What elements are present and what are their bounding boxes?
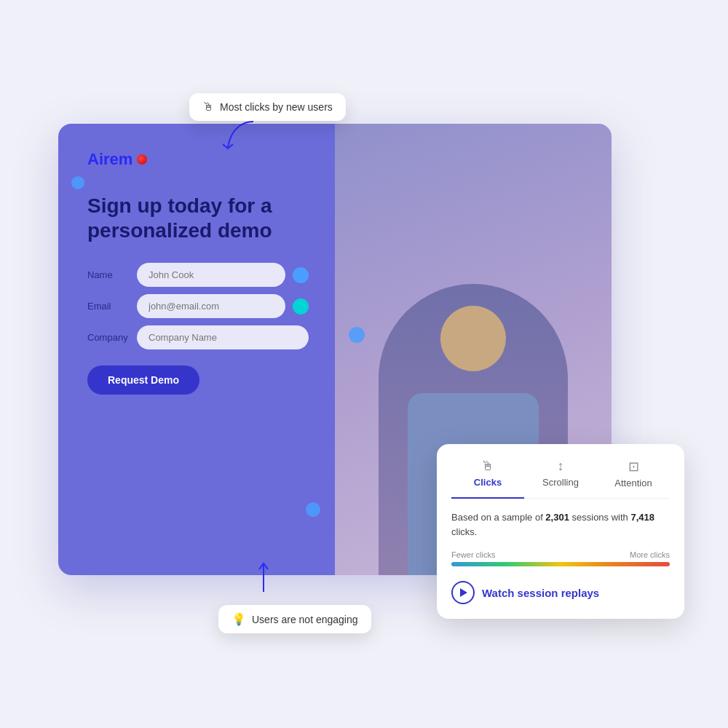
arrow-clicks <box>217 118 261 157</box>
tab-attention-label: Attention <box>614 478 652 488</box>
tooltip-not-engaging: 💡 Users are not engaging <box>218 605 371 633</box>
name-label: Name <box>87 269 130 280</box>
blue-dot-top-left <box>71 176 84 189</box>
form-panel: Airem Sign up today for a personalized d… <box>58 124 335 575</box>
email-label: Email <box>87 301 130 312</box>
tooltip-most-clicks: 🖱 Most clicks by new users <box>189 93 346 121</box>
attention-icon: ⊡ <box>628 459 639 475</box>
heatmap-label-right: More clicks <box>630 550 670 559</box>
email-row: Email <box>87 294 309 318</box>
play-icon <box>451 581 475 604</box>
analytics-tabs: 🖱 Clicks ↕ Scrolling ⊡ Attention <box>451 459 670 499</box>
logo-text: Airem <box>87 150 132 169</box>
name-input[interactable] <box>137 263 285 287</box>
company-label: Company <box>87 332 130 343</box>
clicks-count: 7,418 <box>630 512 654 523</box>
tooltip-engage-text: Users are not engaging <box>252 614 358 625</box>
name-field-dot <box>293 267 309 283</box>
logo-area: Airem <box>87 150 309 169</box>
watch-replays-label: Watch session replays <box>482 587 599 599</box>
email-input[interactable] <box>137 294 285 318</box>
analytics-description: Based on a sample of 2,301 sessions with… <box>451 510 670 539</box>
blue-dot-mid <box>349 327 365 343</box>
scrolling-icon: ↕ <box>558 459 564 474</box>
clicks-icon: 🖱 <box>481 459 494 474</box>
watch-replays-button[interactable]: Watch session replays <box>451 581 670 604</box>
analytics-card: 🖱 Clicks ↕ Scrolling ⊡ Attention Based o… <box>437 444 684 619</box>
play-triangle <box>460 588 467 597</box>
name-row: Name <box>87 263 309 287</box>
cursor-icon: 🖱 <box>202 100 214 114</box>
email-field-dot <box>293 298 309 314</box>
form-fields: Name Email Company <box>87 263 309 349</box>
outer-wrapper: 🖱 Most clicks by new users Airem Sign up… <box>44 80 684 648</box>
heatmap-label-left: Fewer clicks <box>451 550 496 559</box>
sessions-label: sessions with <box>569 512 631 523</box>
clicks-label: clicks <box>451 526 475 537</box>
heatmap-labels: Fewer clicks More clicks <box>451 550 670 559</box>
tab-clicks-label: Clicks <box>474 477 502 488</box>
tab-attention[interactable]: ⊡ Attention <box>597 459 670 499</box>
logo-dot <box>137 154 147 165</box>
person-head <box>440 306 506 371</box>
bulb-icon: 💡 <box>232 612 246 626</box>
tab-scrolling[interactable]: ↕ Scrolling <box>524 459 597 499</box>
company-input[interactable] <box>137 325 309 349</box>
heatmap-bar <box>451 562 670 566</box>
tooltip-clicks-text: Most clicks by new users <box>220 101 333 113</box>
company-row: Company <box>87 325 309 349</box>
request-demo-button[interactable]: Request Demo <box>87 365 199 395</box>
desc-prefix: Based on a sample of <box>451 512 545 523</box>
arrow-engage <box>242 559 285 598</box>
blue-dot-bottom <box>306 502 320 517</box>
form-heading: Sign up today for a personalized demo <box>87 194 309 242</box>
tab-scrolling-label: Scrolling <box>542 477 579 488</box>
tab-clicks[interactable]: 🖱 Clicks <box>451 459 524 499</box>
sessions-count: 2,301 <box>545 512 569 523</box>
